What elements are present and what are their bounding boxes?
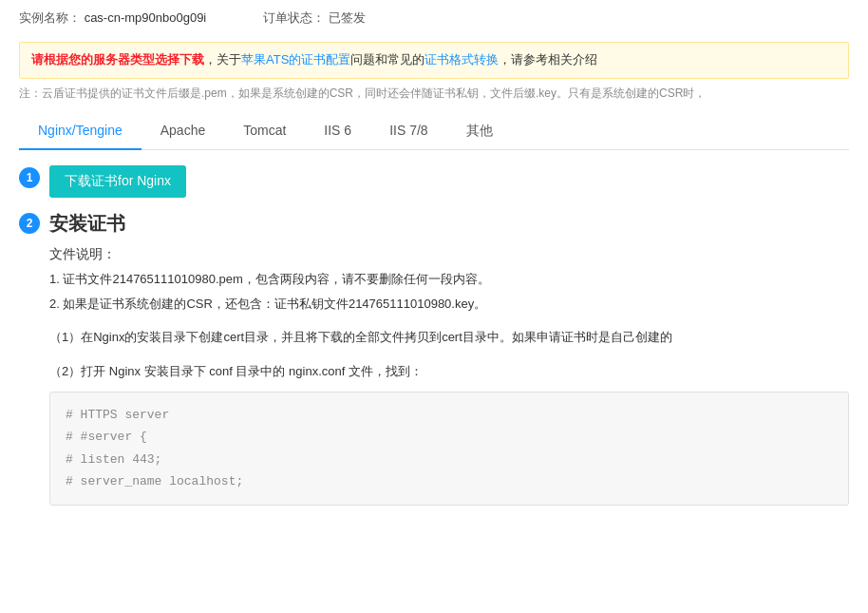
step2-title: 安装证书 — [49, 211, 125, 237]
file-desc-item-2: 2. 如果是证书系统创建的CSR，还包含：证书私钥文件2147651110109… — [49, 294, 849, 315]
tab-apache[interactable]: Apache — [142, 114, 224, 150]
alert-banner: 请根据您的服务器类型选择下载，关于苹果ATS的证书配置问题和常见的证书格式转换，… — [19, 42, 849, 79]
tab-iis6[interactable]: IIS 6 — [305, 114, 370, 150]
file-desc-item-1: 1. 证书文件214765111010980.pem，包含两段内容，请不要删除任… — [49, 269, 849, 290]
instruction-1: （1）在Nginx的安装目录下创建cert目录，并且将下载的全部文件拷贝到cer… — [49, 326, 849, 348]
step2-number: 2 — [19, 213, 40, 234]
code-line-2: # #server { — [66, 426, 833, 448]
file-desc-label: 文件说明： — [49, 246, 849, 263]
header-info: 实例名称： cas-cn-mp90nbo0g09i 订单状态： 已签发 — [0, 0, 868, 36]
code-line-1: # HTTPS server — [66, 404, 833, 426]
tab-tomcat[interactable]: Tomcat — [224, 114, 305, 150]
step2-row: 2 安装证书 — [19, 211, 849, 237]
step2-body: 文件说明： 1. 证书文件214765111010980.pem，包含两段内容，… — [49, 246, 849, 506]
download-button[interactable]: 下载证书for Nginx — [49, 165, 186, 198]
content-area: 1 下载证书for Nginx 2 安装证书 文件说明： 1. 证书文件2147… — [0, 150, 868, 521]
code-line-4: # server_name localhost; — [66, 470, 833, 492]
instance-label: 实例名称： cas-cn-mp90nbo0g09i — [19, 10, 206, 27]
tab-other[interactable]: 其他 — [447, 114, 512, 150]
order-status: 订单状态： 已签发 — [263, 10, 366, 27]
tab-iis78[interactable]: IIS 7/8 — [370, 114, 446, 150]
tab-nginx[interactable]: Nginx/Tengine — [19, 114, 142, 150]
note-text: 注：云盾证书提供的证书文件后缀是.pem，如果是系统创建的CSR，同时还会伴随证… — [19, 85, 849, 103]
step1-row: 1 下载证书for Nginx — [19, 165, 849, 198]
instruction-2: （2）打开 Nginx 安装目录下 conf 目录中的 nginx.conf 文… — [49, 360, 849, 382]
step1-number: 1 — [19, 167, 40, 188]
alert-main-text: 请根据您的服务器类型选择下载 — [31, 52, 204, 67]
code-line-3: # listen 443; — [66, 449, 833, 470]
tabs-container: Nginx/Tengine Apache Tomcat IIS 6 IIS 7/… — [19, 114, 849, 150]
apple-ats-link[interactable]: 苹果ATS的证书配置 — [241, 52, 350, 67]
code-block: # HTTPS server # #server { # listen 443;… — [49, 392, 849, 506]
cert-format-link[interactable]: 证书格式转换 — [425, 52, 499, 67]
